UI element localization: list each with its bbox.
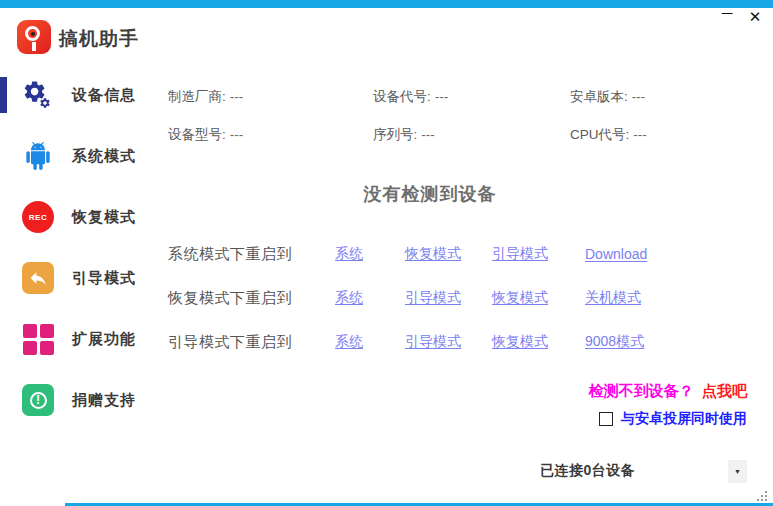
sidebar-item-donate[interactable]: ! 捐赠支持 bbox=[0, 380, 160, 420]
sidebar-item-extensions[interactable]: 扩展功能 bbox=[0, 319, 160, 359]
cast-checkbox[interactable] bbox=[599, 412, 613, 426]
dropdown-button[interactable]: ▼ bbox=[728, 460, 747, 483]
reboot-link-9008[interactable]: 9008模式 bbox=[585, 333, 758, 351]
device-not-detected-help-link[interactable]: 检测不到设备？ 点我吧 bbox=[589, 382, 747, 401]
sidebar-item-label: 系统模式 bbox=[72, 147, 136, 166]
reboot-row-system: 系统模式下重启到 系统 恢复模式 引导模式 Download bbox=[168, 232, 758, 276]
field-codename: 设备代号:--- bbox=[373, 88, 570, 106]
minimize-button[interactable]: ─ bbox=[717, 4, 737, 21]
sidebar-item-label: 设备信息 bbox=[72, 86, 136, 105]
reboot-link-download[interactable]: Download bbox=[585, 246, 758, 262]
reboot-row-bootloader: 引导模式下重启到 系统 引导模式 恢复模式 9008模式 bbox=[168, 320, 758, 364]
donate-icon: ! bbox=[22, 384, 54, 416]
gears-icon bbox=[22, 79, 54, 111]
sidebar-item-label: 捐赠支持 bbox=[72, 391, 136, 410]
reboot-link-system[interactable]: 系统 bbox=[335, 245, 405, 263]
app-title: 搞机助手 bbox=[59, 26, 139, 52]
sidebar-item-recovery-mode[interactable]: REC 恢复模式 bbox=[0, 197, 160, 237]
connected-devices-value: 已连接0台设备 bbox=[540, 462, 635, 480]
field-manufacturer: 制造厂商:--- bbox=[168, 88, 373, 106]
chevron-down-icon: ▼ bbox=[734, 468, 741, 475]
reboot-link-recovery[interactable]: 恢复模式 bbox=[405, 245, 492, 263]
android-icon bbox=[22, 140, 54, 172]
reboot-link-bootloader[interactable]: 引导模式 bbox=[492, 245, 585, 263]
logo-stem bbox=[32, 42, 36, 51]
sidebar-item-label: 引导模式 bbox=[72, 269, 136, 288]
app-logo-icon bbox=[17, 20, 51, 54]
reboot-link-poweroff[interactable]: 关机模式 bbox=[585, 289, 758, 307]
cast-checkbox-label: 与安卓投屏同时使用 bbox=[621, 410, 747, 428]
reboot-options: 系统模式下重启到 系统 恢复模式 引导模式 Download 恢复模式下重启到 … bbox=[168, 232, 758, 364]
reboot-link-system[interactable]: 系统 bbox=[335, 289, 405, 307]
back-arrow-icon bbox=[22, 262, 54, 294]
sidebar-item-label: 恢复模式 bbox=[72, 208, 136, 227]
close-button[interactable]: ✕ bbox=[745, 8, 765, 26]
reboot-link-system[interactable]: 系统 bbox=[335, 333, 405, 351]
sidebar: 设备信息 系统模式 REC 恢复模式 引导模式 bbox=[0, 75, 160, 420]
reboot-row-recovery: 恢复模式下重启到 系统 引导模式 恢复模式 关机模式 bbox=[168, 276, 758, 320]
sidebar-item-boot-mode[interactable]: 引导模式 bbox=[0, 258, 160, 298]
help-question-text: 检测不到设备？ bbox=[589, 382, 694, 399]
window-top-accent-strip bbox=[0, 0, 773, 8]
reboot-row-label: 系统模式下重启到 bbox=[168, 245, 335, 264]
help-action-text: 点我吧 bbox=[702, 382, 747, 399]
sidebar-item-label: 扩展功能 bbox=[72, 330, 136, 349]
field-model: 设备型号:--- bbox=[168, 126, 373, 144]
reboot-link-recovery[interactable]: 恢复模式 bbox=[492, 333, 585, 351]
sidebar-item-device-info[interactable]: 设备信息 bbox=[0, 75, 160, 115]
no-device-heading: 没有检测到设备 bbox=[160, 182, 700, 206]
rec-icon: REC bbox=[22, 201, 54, 233]
field-cpu: CPU代号:--- bbox=[570, 126, 758, 144]
reboot-row-label: 引导模式下重启到 bbox=[168, 333, 335, 352]
cast-together-option[interactable]: 与安卓投屏同时使用 bbox=[599, 410, 747, 428]
reboot-link-recovery[interactable]: 恢复模式 bbox=[492, 289, 585, 307]
logo-pupil bbox=[31, 32, 35, 36]
resize-grip[interactable] bbox=[765, 499, 767, 501]
reboot-row-label: 恢复模式下重启到 bbox=[168, 289, 335, 308]
grid-icon bbox=[22, 323, 54, 355]
sidebar-item-system-mode[interactable]: 系统模式 bbox=[0, 136, 160, 176]
reboot-link-bootloader[interactable]: 引导模式 bbox=[405, 289, 492, 307]
reboot-link-bootloader[interactable]: 引导模式 bbox=[405, 333, 492, 351]
connected-devices-select[interactable]: 已连接0台设备 ▼ bbox=[540, 459, 747, 483]
field-serial: 序列号:--- bbox=[373, 126, 570, 144]
field-android-version: 安卓版本:--- bbox=[570, 88, 758, 106]
app-window: 搞机助手 ─ ✕ 设备信息 系统模式 bbox=[0, 0, 773, 506]
device-info-grid: 制造厂商:--- 设备代号:--- 安卓版本:--- 设备型号:--- 序列号:… bbox=[168, 88, 758, 144]
exclamation-mark: ! bbox=[30, 392, 47, 409]
